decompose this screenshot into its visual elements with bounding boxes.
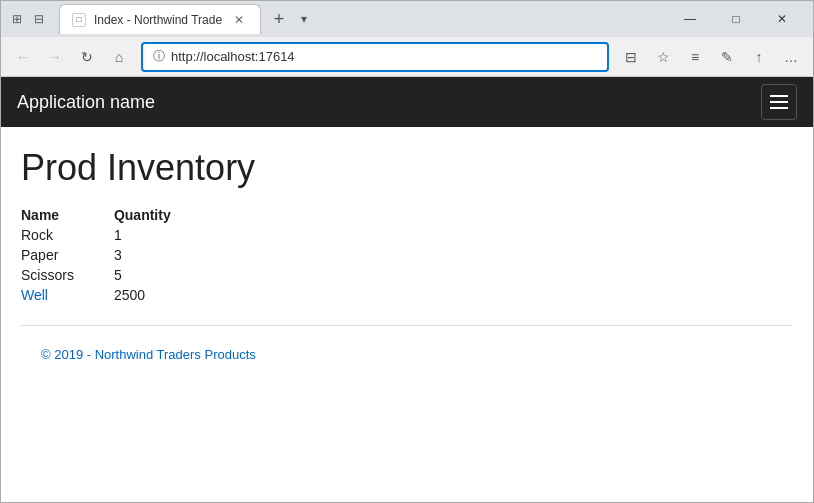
table-row: Well2500 xyxy=(21,285,211,305)
cell-name: Well xyxy=(21,285,114,305)
split-view-button[interactable]: ⊟ xyxy=(617,43,645,71)
home-button[interactable]: ⌂ xyxy=(105,43,133,71)
refresh-button[interactable]: ↻ xyxy=(73,43,101,71)
cell-name: Paper xyxy=(21,245,114,265)
favorites-button[interactable]: ☆ xyxy=(649,43,677,71)
hamburger-line-1 xyxy=(770,95,788,97)
back-button[interactable]: ← xyxy=(9,43,37,71)
tab-close-button[interactable]: ✕ xyxy=(230,11,248,29)
reading-view-button[interactable]: ≡ xyxy=(681,43,709,71)
footer-text: © 2019 - Northwind Traders Products xyxy=(41,347,256,362)
app-navbar: Application name xyxy=(1,77,813,127)
active-tab[interactable]: □ Index - Northwind Trade ✕ xyxy=(59,4,261,34)
hamburger-line-2 xyxy=(770,101,788,103)
new-tab-button[interactable]: + xyxy=(265,5,293,33)
url-box[interactable]: ⓘ http://localhost:17614 xyxy=(141,42,609,72)
tab-prev-icon[interactable]: ⊞ xyxy=(9,11,25,27)
table-row: Rock1 xyxy=(21,225,211,245)
close-button[interactable]: ✕ xyxy=(759,1,805,37)
tab-bar-icons: ⊞ ⊟ xyxy=(9,11,47,27)
table-row: Paper3 xyxy=(21,245,211,265)
tab-favicon-icon: □ xyxy=(72,13,86,27)
forward-button[interactable]: → xyxy=(41,43,69,71)
table-row: Scissors5 xyxy=(21,265,211,285)
hamburger-menu-button[interactable] xyxy=(761,84,797,120)
cell-name: Scissors xyxy=(21,265,114,285)
table-header-row: Name Quantity xyxy=(21,205,211,225)
window-controls: — □ ✕ xyxy=(667,1,805,37)
cell-name: Rock xyxy=(21,225,114,245)
page-footer: © 2019 - Northwind Traders Products xyxy=(21,325,793,382)
address-bar: ← → ↻ ⌂ ⓘ http://localhost:17614 ⊟ ☆ ≡ ✎… xyxy=(1,37,813,77)
hamburger-line-3 xyxy=(770,107,788,109)
page-content: Application name Prod Inventory Name Qua… xyxy=(1,77,813,502)
browser-window: ⊞ ⊟ □ Index - Northwind Trade ✕ + ▾ — □ … xyxy=(0,0,814,503)
inventory-table: Name Quantity Rock1Paper3Scissors5Well25… xyxy=(21,205,211,305)
main-content: Prod Inventory Name Quantity Rock1Paper3… xyxy=(1,127,813,502)
cell-quantity: 2500 xyxy=(114,285,211,305)
app-name: Application name xyxy=(17,92,155,113)
url-text: http://localhost:17614 xyxy=(171,49,597,64)
maximize-button[interactable]: □ xyxy=(713,1,759,37)
cell-quantity: 1 xyxy=(114,225,211,245)
page-heading: Prod Inventory xyxy=(21,147,793,189)
inventory-item-link[interactable]: Well xyxy=(21,287,48,303)
column-header-quantity: Quantity xyxy=(114,205,211,225)
tab-manage-icon[interactable]: ⊟ xyxy=(31,11,47,27)
tab-list-chevron[interactable]: ▾ xyxy=(297,8,311,30)
column-header-name: Name xyxy=(21,205,114,225)
more-button[interactable]: … xyxy=(777,43,805,71)
security-icon: ⓘ xyxy=(153,48,165,65)
tab-bar: ⊞ ⊟ □ Index - Northwind Trade ✕ + ▾ — □ … xyxy=(1,1,813,37)
cell-quantity: 3 xyxy=(114,245,211,265)
sign-button[interactable]: ✎ xyxy=(713,43,741,71)
tab-title: Index - Northwind Trade xyxy=(94,13,222,27)
minimize-button[interactable]: — xyxy=(667,1,713,37)
cell-quantity: 5 xyxy=(114,265,211,285)
share-button[interactable]: ↑ xyxy=(745,43,773,71)
